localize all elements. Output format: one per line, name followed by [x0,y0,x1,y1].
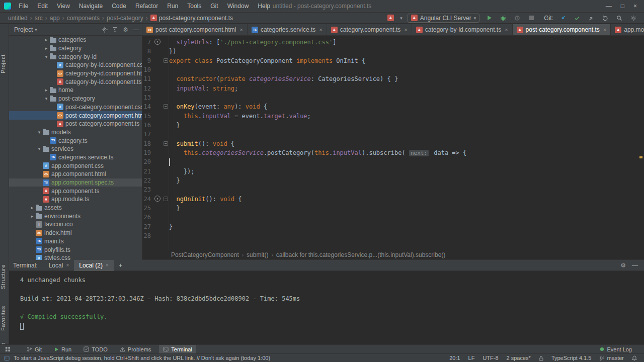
implement-marker-icon[interactable]: ↑ [154,196,160,202]
chevron-right-icon[interactable]: ▸ [43,37,50,42]
debug-button[interactable] [499,14,508,23]
line-ending-widget[interactable]: LF [468,355,475,361]
terminal-tab-Local[interactable]: Local× [44,260,74,271]
close-button[interactable]: × [633,0,637,12]
tree-file-post-category.component.html[interactable]: <>post-category.component.html [9,111,142,120]
project-panel-title[interactable]: Project [14,26,33,33]
git-branch-widget[interactable]: master [599,355,624,361]
lock-icon[interactable] [539,355,543,361]
tree-file-app.module.ts[interactable]: Aapp.module.ts [9,195,142,204]
tree-file-favicon.ico[interactable]: Ifavicon.ico [9,220,142,229]
tab-category.component.ts[interactable]: Acategory.component.ts× [327,24,412,35]
breadcrumb-item[interactable]: components [66,15,101,22]
tree-file-category-by-id.component.ts[interactable]: Acategory-by-id.component.ts [9,77,142,86]
implement-marker-icon[interactable]: ↑ [154,39,160,45]
settings-gear-icon[interactable] [629,14,638,23]
indent-widget[interactable]: 2 spaces* [507,355,531,361]
fold-icon[interactable]: − [164,141,168,146]
tree-folder-assets[interactable]: ▸assets [9,204,142,212]
close-icon[interactable]: × [603,27,606,33]
stripe-structure-button[interactable]: Structure [0,261,9,292]
toolwindow-problems[interactable]: Problems [116,345,155,354]
git-commit-button[interactable] [573,14,582,23]
menu-tools[interactable]: Tools [183,0,206,12]
chevron-right-icon[interactable]: ▸ [43,87,50,93]
chevron-down-icon[interactable]: ▾ [400,16,403,21]
tree-file-category.ts[interactable]: TScategory.ts [9,136,142,145]
tab-category-by-id.component.ts[interactable]: Acategory-by-id.component.ts× [412,24,513,35]
tree-file-app.component.html[interactable]: <>app.component.html [9,170,142,178]
close-icon[interactable]: × [66,262,69,268]
angular-project-icon[interactable]: A [386,14,395,23]
code-editor[interactable]: 7↑ styleUrls: ['./post-category.componen… [142,36,644,250]
toolwindow-event-log[interactable]: Event Log [596,345,636,354]
chevron-down-icon[interactable]: ▾ [35,27,37,32]
typescript-widget[interactable]: TypeScript 4.1.5 [551,355,592,361]
tree-folder-category-by-id[interactable]: ▾category-by-id [9,52,142,61]
toolwindow-todo[interactable]: TODO [79,345,112,354]
tree-file-app.component.css[interactable]: #app.component.css [9,161,142,170]
tree-folder-services[interactable]: ▾services [9,145,142,153]
minimize-button[interactable]: — [606,0,612,12]
tool-switcher-icon[interactable] [0,345,15,354]
notifications-bell-icon[interactable] [632,355,637,361]
tree-file-category-by-id.component.css[interactable]: #category-by-id.component.css [9,61,142,69]
fold-icon[interactable]: − [164,197,168,201]
close-icon[interactable]: × [505,27,508,33]
tree-folder-post-category[interactable]: ▾post-category [9,95,142,103]
menu-git[interactable]: Git [206,0,222,12]
tree-file-app.component.spec.ts[interactable]: TSapp.component.spec.ts [9,178,142,187]
tree-file-post-category.component.css[interactable]: #post-category.component.css [9,103,142,112]
run-config-selector[interactable]: A Angular CLI Server ▾ [408,14,480,23]
tree-file-styles.css[interactable]: #styles.css [9,254,142,260]
menu-help[interactable]: Help [253,0,275,12]
tree-file-index.html[interactable]: <>index.html [9,229,142,237]
close-icon[interactable]: × [319,27,322,33]
menu-file[interactable]: File [14,0,33,12]
tree-file-app.component.ts[interactable]: Aapp.component.ts [9,187,142,195]
toolwindow-run[interactable]: Run [50,345,75,354]
fold-icon[interactable]: − [164,104,168,109]
breadcrumb-item-file[interactable]: Apost-category.component.ts [149,15,234,22]
warning-stripe-mark[interactable] [639,156,642,158]
tree-file-polyfills.ts[interactable]: TSpolyfills.ts [9,245,142,254]
profile-button[interactable] [513,14,522,23]
tree-folder-models[interactable]: ▾models [9,128,142,137]
tab-app.module.ts[interactable]: Aapp.module.ts× [611,24,644,35]
stripe-favorites-button[interactable]: Favorites [0,303,9,333]
toolwindow-terminal[interactable]: Terminal [159,345,196,354]
run-button[interactable] [485,14,494,23]
git-update-button[interactable] [558,14,568,23]
editor-breadcrumb-item[interactable]: submit() [247,251,268,258]
close-icon[interactable]: × [404,27,407,33]
rollback-button[interactable] [601,14,610,23]
menu-refactor[interactable]: Refactor [131,0,163,12]
tab-post-category.component.ts[interactable]: Apost-category.component.ts× [513,24,611,35]
menu-view[interactable]: View [52,0,74,12]
chevron-down-icon[interactable]: ▾ [43,96,50,101]
tree-folder-home[interactable]: ▸home [9,86,142,95]
menu-edit[interactable]: Edit [33,0,52,12]
tree-folder-environments[interactable]: ▸environments [9,212,142,220]
terminal-minimize-icon[interactable]: — [632,262,638,269]
chevron-right-icon[interactable]: ▸ [29,214,36,219]
menu-window[interactable]: Window [223,0,254,12]
tree-file-categories.service.ts[interactable]: TScategories.service.ts [9,153,142,162]
toolwindow-git[interactable]: Git [23,345,46,354]
chevron-right-icon[interactable]: ▸ [43,46,50,51]
menu-navigate[interactable]: Navigate [74,0,107,12]
stop-button[interactable] [527,14,536,23]
chevron-down-icon[interactable]: ▾ [36,146,43,151]
tab-categories.service.ts[interactable]: TScategories.service.ts× [248,24,327,35]
chevron-down-icon[interactable]: ▾ [36,130,43,135]
close-icon[interactable]: × [106,262,109,268]
caret-position-widget[interactable]: 20:1 [449,355,460,361]
menu-run[interactable]: Run [163,0,183,12]
terminal-settings-gear-icon[interactable]: ⚙ [620,262,626,269]
hide-panel-icon[interactable]: — [133,26,139,33]
tree-folder-category[interactable]: ▸category [9,44,142,53]
breadcrumb-item[interactable]: untitled [7,15,29,22]
tree-file-main.ts[interactable]: TSmain.ts [9,237,142,246]
new-terminal-tab-button[interactable]: + [114,261,128,269]
tab-post-category.component.html[interactable]: <>post-category.component.html× [142,24,248,35]
